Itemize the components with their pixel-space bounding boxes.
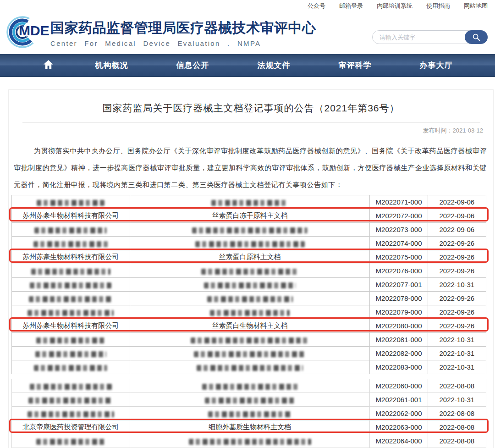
- home-icon: [43, 60, 54, 69]
- code-cell: M2022082-000: [370, 347, 428, 360]
- search-icon: [472, 33, 480, 41]
- site-title-english: Center For Medical Device Evaluation . N…: [50, 39, 316, 47]
- nav-item-2[interactable]: 法规文件: [233, 60, 314, 71]
- company-cell: 苏州苏豪生物材料科技有限公司: [12, 209, 130, 223]
- code-cell: M2022071-000: [370, 195, 428, 209]
- site-brand[interactable]: MDE 国家药品监督管理局医疗器械技术审评中心 Center For Medic…: [5, 9, 316, 51]
- company-cell: [12, 360, 130, 374]
- table-row: M2022061-0012022-10-31: [12, 393, 486, 407]
- redacted-text: [210, 310, 290, 316]
- code-cell: M2022062-000: [370, 407, 428, 420]
- redacted-text: [35, 351, 106, 357]
- company-cell: [12, 305, 130, 319]
- code-cell: M2022078-000: [370, 292, 428, 305]
- company-cell: [12, 264, 130, 278]
- company-cell: 苏州苏豪生物材料科技有限公司: [12, 250, 130, 264]
- topbar-link-3[interactable]: 使用指南: [426, 2, 450, 10]
- redacted-text: [36, 439, 105, 445]
- date-cell: 2022-09-06: [428, 195, 486, 209]
- table-row: M2022082-0002022-10-31: [12, 347, 486, 360]
- date-cell: 2022-09-06: [428, 209, 486, 223]
- date-cell: 2022-09-26: [428, 305, 486, 319]
- article-panel: 国家药监局关于医疗器械主文档登记事项的公告（2021年第36号） 发布时间：20…: [8, 89, 494, 448]
- code-cell: M2022081-000: [370, 333, 428, 347]
- date-cell: 2022-10-31: [428, 278, 486, 292]
- code-cell: M2022077-001: [370, 278, 428, 292]
- date-cell: 2022-10-31: [428, 393, 486, 407]
- site-titles: 国家药品监督管理局医疗器械技术审评中心 Center For Medical D…: [50, 13, 316, 47]
- logo-acronym: MDE: [19, 23, 50, 39]
- doc-name-cell: [130, 278, 370, 292]
- topbar-link-4[interactable]: 网站地图: [464, 2, 488, 10]
- site-search: [372, 30, 488, 44]
- site-title-chinese: 国家药品监督管理局医疗器械技术审评中心: [50, 19, 316, 38]
- redacted-text: [195, 241, 305, 247]
- publish-date: 2021-03-12: [453, 127, 484, 134]
- redacted-text: [194, 351, 306, 357]
- master-file-table-2: M2022060-0002022-08-08M2022061-0012022-1…: [11, 379, 486, 448]
- doc-name-cell: [130, 237, 370, 250]
- company-cell: [12, 223, 130, 237]
- date-cell: 2022-08-08: [428, 420, 486, 434]
- code-cell: M2022076-000: [370, 264, 428, 278]
- redacted-text: [197, 365, 303, 371]
- code-cell: M2022064-000: [370, 434, 428, 448]
- redacted-text: [33, 241, 108, 247]
- redacted-text: [29, 296, 113, 302]
- main-nav: 机构概况信息公开法规文件审评科学办事大厅: [0, 54, 495, 77]
- company-cell: [12, 393, 130, 407]
- doc-name-cell: [130, 393, 370, 407]
- redacted-text: [36, 337, 105, 343]
- doc-name-cell: 丝素蛋白原料主文档: [130, 250, 370, 264]
- topbar-link-2[interactable]: 内部培训系统: [377, 2, 412, 10]
- redacted-text: [34, 227, 107, 233]
- redacted-text: [205, 398, 295, 404]
- code-cell: M2022074-000: [370, 237, 428, 250]
- redacted-text: [202, 384, 298, 390]
- date-cell: 2022-10-31: [428, 347, 486, 360]
- table-row: M2022078-0002022-09-26: [12, 292, 486, 305]
- company-cell: 北京帝康医药投资管理有限公司: [12, 420, 130, 434]
- redacted-text: [189, 439, 311, 445]
- doc-name-cell: 细胞外基质生物材料主文档: [130, 420, 370, 434]
- date-cell: 2022-09-06: [428, 223, 486, 237]
- code-cell: M2022061-001: [370, 393, 428, 407]
- table-row: M2022081-0002022-10-31: [12, 333, 486, 347]
- doc-name-cell: [130, 407, 370, 420]
- doc-name-cell: [130, 223, 370, 237]
- table-row: M2022071-0002022-09-06: [12, 195, 486, 209]
- company-cell: [12, 195, 130, 209]
- code-cell: M2022079-000: [370, 305, 428, 319]
- search-input[interactable]: [373, 31, 465, 44]
- nav-item-0[interactable]: 机构概况: [71, 60, 152, 71]
- table-row: M2022073-0002022-09-06: [12, 223, 486, 237]
- date-cell: 2022-09-26: [428, 264, 486, 278]
- doc-name-cell: [130, 347, 370, 360]
- announcement-paragraph: 为贯彻落实中共中央办公厅、国务院办公厅《关于深化审评审批制度改革鼓励药品医疗器械…: [14, 142, 487, 193]
- redacted-text: [31, 269, 110, 275]
- nav-item-3[interactable]: 审评科学: [314, 60, 396, 71]
- code-cell: M2022060-000: [370, 379, 428, 393]
- date-cell: 2022-10-31: [428, 360, 486, 374]
- date-cell: 2022-08-08: [428, 434, 486, 448]
- company-cell: [12, 237, 130, 250]
- code-cell: M2022080-000: [370, 319, 428, 333]
- date-cell: 2022-09-26: [428, 250, 486, 264]
- code-cell: M2022063-000: [370, 420, 428, 434]
- redacted-text: [192, 227, 308, 233]
- doc-name-cell: [130, 195, 370, 209]
- table-row: M2022077-0012022-10-31: [12, 278, 486, 292]
- nav-home[interactable]: [25, 60, 71, 71]
- search-button[interactable]: [465, 30, 488, 44]
- company-cell: [12, 347, 130, 360]
- table-row: 北京帝康医药投资管理有限公司细胞外基质生物材料主文档M2022063-00020…: [12, 420, 486, 434]
- table-section-gap: [11, 374, 486, 379]
- date-cell: 2022-09-26: [428, 292, 486, 305]
- nav-item-1[interactable]: 信息公开: [152, 60, 233, 71]
- table-row: 苏州苏豪生物材料科技有限公司丝素蛋白冻干原料主文档M2022072-000202…: [12, 209, 486, 223]
- topbar-link-1[interactable]: 邮箱登录: [339, 2, 363, 10]
- redacted-text: [30, 384, 112, 390]
- company-cell: [12, 379, 130, 393]
- table-row: 苏州苏豪生物材料科技有限公司丝素蛋白生物材料主文档M2022080-000202…: [12, 319, 486, 333]
- nav-item-4[interactable]: 办事大厅: [396, 60, 477, 71]
